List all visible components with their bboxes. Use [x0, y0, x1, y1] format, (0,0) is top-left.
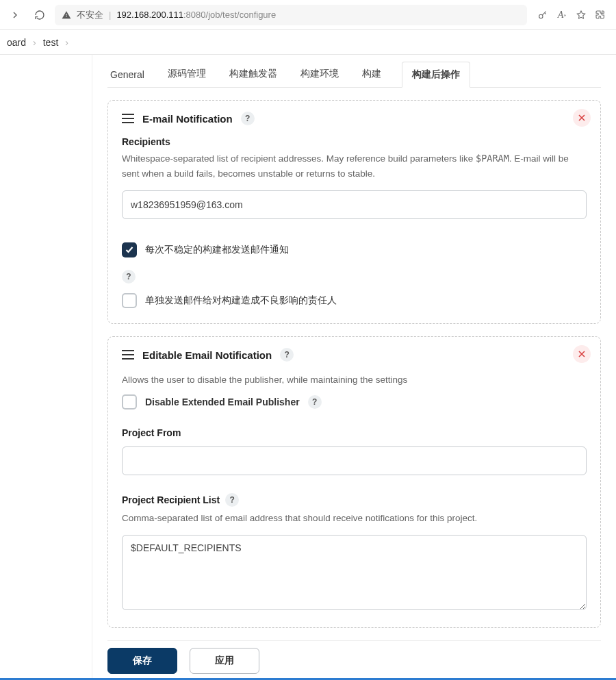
insecure-warning-icon — [62, 10, 71, 20]
breadcrumb: oard › test › — [0, 30, 616, 55]
address-bar[interactable]: 不安全 | 192.168.200.111:8080/job/test/conf… — [55, 5, 527, 25]
recipients-label: Recipients — [122, 136, 587, 147]
project-from-input[interactable] — [122, 446, 587, 475]
email-notification-section: E-mail Notification ? Recipients Whitesp… — [107, 100, 601, 324]
checkbox-checked-icon[interactable] — [122, 242, 137, 257]
favorite-star-icon[interactable] — [575, 9, 587, 21]
url-host: 192.168.200.111 — [116, 10, 183, 20]
chevron-right-icon: › — [65, 37, 68, 48]
disable-publisher-checkbox-row[interactable]: Disable Extended Email Publisher ? — [122, 394, 587, 410]
notify-culprits-label: 单独发送邮件给对构建造成不良影响的责任人 — [145, 294, 337, 307]
notify-unstable-label: 每次不稳定的构建都发送邮件通知 — [145, 244, 289, 256]
section-title: Editable Email Notification — [142, 349, 272, 361]
checkbox-unchecked-icon[interactable] — [122, 394, 137, 410]
tab-triggers[interactable]: 构建触发器 — [227, 61, 280, 87]
tab-build[interactable]: 构建 — [359, 61, 384, 87]
read-aloud-icon[interactable]: A» — [556, 9, 568, 21]
remove-section-button[interactable] — [573, 109, 591, 127]
url-path: /job/test/configure — [206, 10, 277, 20]
disable-publisher-label: Disable Extended Email Publisher — [145, 396, 300, 407]
help-button[interactable]: ? — [122, 270, 136, 284]
help-button[interactable]: ? — [241, 112, 255, 125]
drag-handle-icon[interactable] — [122, 114, 134, 123]
section-title: E-mail Notification — [142, 113, 233, 125]
tab-post-build[interactable]: 构建后操作 — [402, 62, 470, 88]
help-button[interactable]: ? — [308, 395, 322, 409]
url-port: :8080 — [183, 10, 206, 20]
config-content: General 源码管理 构建触发器 构建环境 构建 构建后操作 E-mail … — [92, 55, 616, 680]
action-bar: 保存 应用 — [107, 640, 601, 680]
close-icon — [578, 351, 585, 357]
recipients-input[interactable] — [122, 190, 587, 219]
apply-button[interactable]: 应用 — [190, 648, 259, 674]
reload-button[interactable] — [30, 5, 49, 25]
chevron-right-icon: › — [33, 37, 36, 48]
save-button[interactable]: 保存 — [107, 648, 177, 674]
breadcrumb-item[interactable]: oard — [7, 37, 26, 48]
project-recipient-list-label: Project Recipient List ? — [122, 493, 587, 507]
tab-general[interactable]: General — [107, 62, 147, 87]
editable-email-notification-section: Editable Email Notification ? Allows the… — [107, 336, 601, 628]
breadcrumb-item[interactable]: test — [43, 37, 59, 48]
remove-section-button[interactable] — [573, 345, 591, 363]
password-key-icon[interactable] — [537, 9, 549, 21]
help-button[interactable]: ? — [225, 493, 239, 507]
address-separator: | — [109, 10, 111, 20]
project-recipient-list-input[interactable] — [122, 535, 587, 610]
tab-scm[interactable]: 源码管理 — [165, 61, 209, 87]
insecure-label: 不安全 — [77, 9, 103, 21]
extensions-icon[interactable] — [594, 9, 606, 21]
checkbox-unchecked-icon[interactable] — [122, 293, 137, 308]
notify-unstable-checkbox-row[interactable]: 每次不稳定的构建都发送邮件通知 — [122, 242, 587, 257]
browser-toolbar: 不安全 | 192.168.200.111:8080/job/test/conf… — [0, 0, 616, 30]
help-button[interactable]: ? — [280, 348, 294, 362]
config-tabs: General 源码管理 构建触发器 构建环境 构建 构建后操作 — [107, 55, 601, 88]
project-from-label: Project From — [122, 427, 587, 438]
tab-environment[interactable]: 构建环境 — [298, 61, 342, 87]
project-recipient-list-help: Comma-separated list of email address th… — [122, 511, 587, 526]
notify-culprits-checkbox-row[interactable]: 单独发送邮件给对构建造成不良影响的责任人 — [122, 293, 587, 308]
disable-publisher-help: Allows the user to disable the publisher… — [122, 373, 587, 388]
forward-button[interactable] — [5, 5, 25, 25]
drag-handle-icon[interactable] — [122, 350, 134, 360]
left-rail — [0, 55, 92, 680]
browser-right-icons: A» — [532, 9, 611, 21]
close-icon — [578, 114, 585, 121]
recipients-help: Whitespace-separated list of recipient a… — [122, 151, 587, 181]
